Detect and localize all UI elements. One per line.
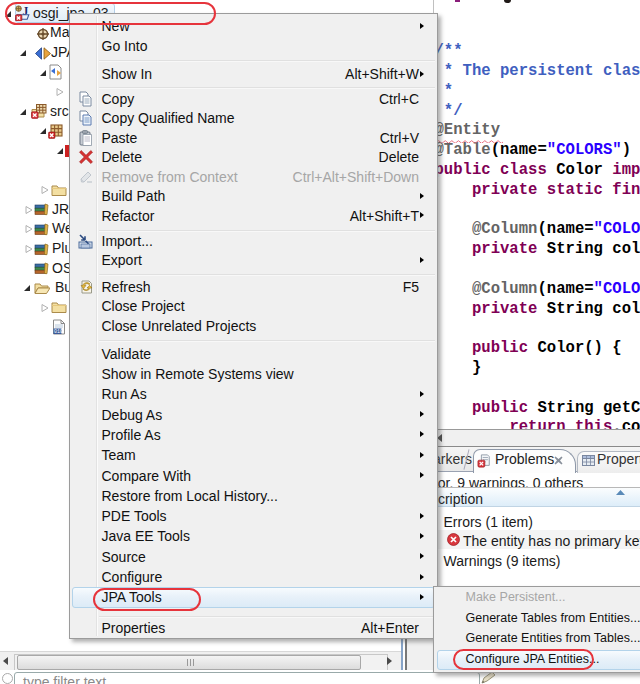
svg-text:010: 010	[54, 329, 63, 335]
